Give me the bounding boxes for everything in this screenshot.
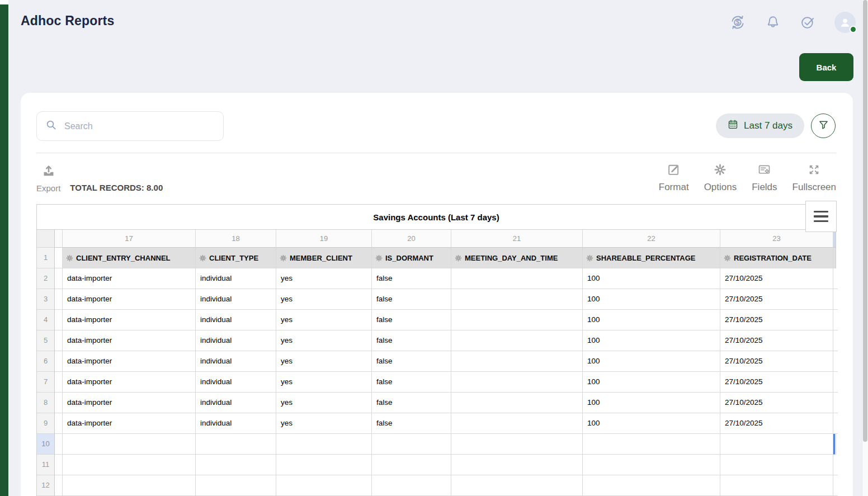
cell[interactable]: yes [276, 268, 372, 289]
fullscreen-button[interactable]: Fullscreen [792, 163, 836, 193]
column-header[interactable]: CLIENT_TYPE [196, 248, 276, 268]
cell[interactable]: 100 [583, 289, 720, 310]
cell-partial[interactable] [55, 413, 63, 434]
cell[interactable] [63, 475, 196, 496]
search-input[interactable] [64, 121, 215, 131]
row-number[interactable]: 4 [37, 310, 55, 330]
column-header[interactable]: MEMBER_CLIENT [276, 248, 372, 268]
column-settings-gear-icon[interactable] [586, 254, 593, 262]
cell[interactable] [372, 475, 451, 496]
notifications-bell-icon[interactable] [765, 15, 781, 30]
cell[interactable]: false [372, 310, 451, 330]
cell-partial[interactable] [833, 372, 838, 393]
cell-partial[interactable] [833, 413, 838, 434]
cell[interactable]: data-importer [63, 330, 196, 351]
cell-partial[interactable] [55, 310, 63, 330]
cell[interactable]: 100 [583, 330, 720, 351]
page-scrollbar[interactable] [862, 0, 868, 496]
cell[interactable] [720, 455, 833, 475]
cell[interactable]: data-importer [63, 310, 196, 330]
cell-partial[interactable] [55, 475, 63, 496]
cell[interactable]: 27/10/2025 [720, 351, 833, 372]
cell[interactable]: data-importer [63, 268, 196, 289]
cell[interactable] [276, 455, 372, 475]
cell-partial[interactable] [833, 310, 838, 330]
cell[interactable] [451, 268, 583, 289]
cell[interactable] [720, 434, 833, 455]
cell[interactable]: individual [196, 268, 276, 289]
row-number[interactable]: 6 [37, 351, 55, 372]
options-button[interactable]: Options [704, 163, 737, 193]
cell-partial[interactable] [833, 475, 838, 496]
cell-partial[interactable] [833, 289, 838, 310]
column-number[interactable]: 17 [63, 230, 196, 248]
column-number-selected-partial[interactable] [833, 230, 836, 248]
cell[interactable] [451, 372, 583, 393]
cell[interactable] [451, 434, 583, 455]
cell[interactable]: 27/10/2025 [720, 330, 833, 351]
cell-partial[interactable] [55, 372, 63, 393]
cell[interactable] [372, 455, 451, 475]
currency-exchange-icon[interactable]: $ [729, 14, 746, 31]
row-number[interactable]: 1 [37, 248, 55, 268]
column-settings-gear-icon[interactable] [455, 254, 462, 262]
cell[interactable]: yes [276, 372, 372, 393]
column-number[interactable]: 22 [583, 230, 720, 248]
cell[interactable]: yes [276, 330, 372, 351]
cell[interactable]: false [372, 289, 451, 310]
row-number[interactable]: 9 [37, 413, 55, 434]
cell[interactable]: false [372, 330, 451, 351]
cell[interactable]: 27/10/2025 [720, 413, 833, 434]
cell[interactable] [196, 434, 276, 455]
cell-partial[interactable] [55, 330, 63, 351]
cell-partial[interactable] [833, 330, 838, 351]
cell[interactable] [451, 330, 583, 351]
cell-partial[interactable] [55, 455, 63, 475]
export-button[interactable]: Export [36, 164, 60, 193]
column-settings-gear-icon[interactable] [724, 254, 731, 262]
cell[interactable] [451, 475, 583, 496]
fields-button[interactable]: Fields [752, 163, 777, 193]
cell[interactable]: 100 [583, 268, 720, 289]
column-header[interactable]: CLIENT_ENTRY_CHANNEL [63, 248, 196, 268]
column-number-partial[interactable] [55, 230, 63, 248]
row-number[interactable]: 8 [37, 393, 55, 413]
cell-partial[interactable] [55, 351, 63, 372]
cell[interactable]: data-importer [63, 372, 196, 393]
column-number[interactable]: 18 [196, 230, 276, 248]
cell[interactable]: false [372, 393, 451, 413]
cell-partial[interactable] [833, 455, 838, 475]
cell[interactable]: individual [196, 372, 276, 393]
cell[interactable]: false [372, 351, 451, 372]
row-number[interactable]: 2 [37, 268, 55, 289]
row-number[interactable]: 10 [37, 434, 55, 455]
cell[interactable] [196, 455, 276, 475]
cell[interactable]: 27/10/2025 [720, 268, 833, 289]
row-number[interactable]: 12 [37, 475, 55, 496]
cell[interactable] [720, 475, 833, 496]
cell[interactable]: data-importer [63, 289, 196, 310]
column-header[interactable]: MEETING_DAY_AND_TIME [451, 248, 583, 268]
cell[interactable] [63, 455, 196, 475]
cell[interactable]: false [372, 372, 451, 393]
cell[interactable] [451, 289, 583, 310]
table-menu-button[interactable] [805, 201, 837, 232]
column-settings-gear-icon[interactable] [199, 254, 206, 262]
cell[interactable]: 100 [583, 351, 720, 372]
column-settings-gear-icon[interactable] [375, 254, 383, 262]
cell[interactable] [276, 475, 372, 496]
cell[interactable]: false [372, 413, 451, 434]
cell[interactable] [451, 393, 583, 413]
cell[interactable] [276, 434, 372, 455]
column-header[interactable]: IS_DORMANT [372, 248, 451, 268]
row-number[interactable]: 3 [37, 289, 55, 310]
cell[interactable]: data-importer [63, 413, 196, 434]
cell[interactable]: 100 [583, 310, 720, 330]
cell[interactable]: yes [276, 413, 372, 434]
cell[interactable]: yes [276, 310, 372, 330]
column-header[interactable]: REGISTRATION_DATE [720, 248, 833, 268]
cell[interactable]: yes [276, 289, 372, 310]
cell[interactable] [583, 434, 720, 455]
cell[interactable]: individual [196, 289, 276, 310]
cell[interactable]: individual [196, 413, 276, 434]
